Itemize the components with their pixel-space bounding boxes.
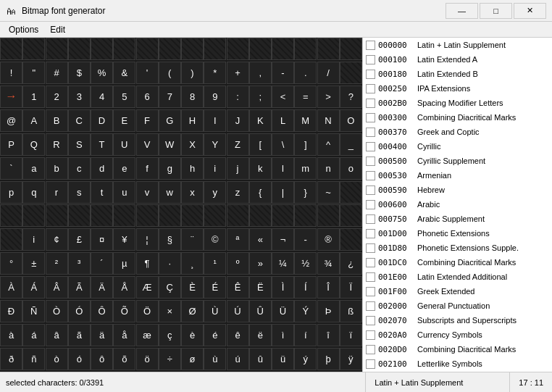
unicode-checkbox[interactable]	[366, 345, 375, 354]
char-cell[interactable]: "	[22, 62, 45, 84]
unicode-checkbox[interactable]	[366, 301, 375, 311]
char-cell[interactable]: p	[0, 181, 22, 204]
unicode-checkbox[interactable]	[366, 113, 375, 122]
char-cell[interactable]: a	[22, 157, 45, 180]
char-cell[interactable]: Ñ	[22, 300, 45, 322]
unicode-list-item[interactable]: 000500Cyrillic Supplement	[363, 154, 552, 168]
char-cell[interactable]: Ì	[272, 276, 294, 299]
char-cell[interactable]	[317, 204, 340, 227]
char-cell[interactable]: n	[317, 157, 340, 180]
char-cell[interactable]: +	[227, 62, 249, 84]
char-cell[interactable]: î	[317, 324, 340, 346]
char-cell[interactable]: æ	[136, 324, 159, 346]
char-cell[interactable]: ±	[22, 252, 45, 275]
char-cell[interactable]: i	[204, 157, 226, 180]
char-cell[interactable]: ½	[294, 252, 317, 275]
char-cell[interactable]: ä	[91, 324, 113, 346]
char-cell[interactable]: o	[340, 157, 362, 180]
char-cell[interactable]: á	[22, 324, 45, 346]
unicode-list-item[interactable]: 002100Letterlike Symbols	[363, 356, 552, 371]
char-cell[interactable]: k	[249, 157, 272, 180]
char-cell[interactable]: ¬	[272, 228, 294, 251]
char-cell[interactable]: §	[159, 228, 181, 251]
unicode-list-item[interactable]: 002070Subscripts and Superscripts	[363, 313, 552, 328]
char-cell[interactable]: R	[46, 133, 68, 156]
unicode-list-item[interactable]: 000370Greek and Coptic	[363, 125, 552, 139]
unicode-checkbox[interactable]	[366, 214, 375, 224]
char-cell[interactable]: »	[249, 252, 272, 275]
char-cell[interactable]: Ý	[294, 300, 317, 322]
char-cell[interactable]: ,	[249, 62, 272, 84]
char-cell[interactable]: W	[159, 133, 181, 156]
unicode-sidebar[interactable]: 000000Latin + Latin Supplement000100Lati…	[362, 38, 552, 372]
char-cell[interactable]: ¤	[91, 228, 113, 251]
char-cell[interactable]: 2	[46, 86, 68, 108]
char-cell[interactable]: x	[181, 181, 204, 204]
char-cell[interactable]: d	[91, 157, 113, 180]
char-cell[interactable]: r	[46, 181, 68, 204]
char-cell[interactable]: =	[294, 86, 317, 108]
char-cell[interactable]: 7	[159, 86, 181, 108]
char-cell[interactable]: V	[136, 133, 159, 156]
char-cell[interactable]: Ö	[136, 300, 159, 322]
char-cell[interactable]: Æ	[136, 276, 159, 299]
char-cell[interactable]: Q	[22, 133, 45, 156]
char-cell[interactable]: ³	[68, 252, 91, 275]
unicode-checkbox[interactable]	[366, 359, 375, 369]
char-cell[interactable]: ~	[317, 181, 340, 204]
char-cell[interactable]	[204, 204, 226, 227]
char-cell[interactable]: Ó	[68, 300, 91, 322]
unicode-checkbox[interactable]	[366, 287, 375, 296]
unicode-list-item[interactable]: 001DC0Combining Diacritical Marks	[363, 255, 552, 270]
char-cell[interactable]	[0, 204, 22, 227]
char-cell[interactable]: ?	[340, 86, 362, 108]
char-cell[interactable]: U	[113, 133, 135, 156]
char-cell[interactable]: ¹	[204, 252, 226, 275]
char-cell[interactable]: Ü	[272, 300, 294, 322]
char-cell[interactable]: O	[340, 109, 362, 132]
unicode-list-item[interactable]: 001F00Greek Extended	[363, 284, 552, 299]
close-button[interactable]: ✕	[514, 3, 546, 19]
menu-edit[interactable]: Edit	[44, 23, 71, 36]
char-cell[interactable]: ý	[294, 348, 317, 370]
char-cell[interactable]: (	[159, 62, 181, 84]
char-cell[interactable]: 1	[22, 86, 45, 108]
char-cell[interactable]: º	[227, 252, 249, 275]
char-cell[interactable]: I	[204, 109, 226, 132]
char-cell[interactable]: þ	[317, 348, 340, 370]
char-cell[interactable]: Û	[249, 300, 272, 322]
char-cell[interactable]: F	[136, 109, 159, 132]
char-cell[interactable]: ÷	[159, 348, 181, 370]
char-cell[interactable]: ¸	[181, 252, 204, 275]
char-cell[interactable]: ó	[68, 348, 91, 370]
char-cell[interactable]: f	[136, 157, 159, 180]
char-cell[interactable]: v	[136, 181, 159, 204]
unicode-checkbox[interactable]	[366, 171, 375, 180]
char-cell[interactable]	[340, 181, 362, 204]
char-cell[interactable]: 6	[136, 86, 159, 108]
char-cell[interactable]	[46, 204, 68, 227]
char-cell[interactable]: N	[317, 109, 340, 132]
char-cell[interactable]: Ã	[68, 276, 91, 299]
char-cell[interactable]: L	[272, 109, 294, 132]
unicode-list-item[interactable]: 000600Arabic	[363, 197, 552, 212]
char-cell[interactable]: K	[249, 109, 272, 132]
unicode-checkbox[interactable]	[366, 272, 375, 282]
char-cell[interactable]: *	[204, 62, 226, 84]
char-cell[interactable]: é	[204, 324, 226, 346]
char-cell[interactable]: :	[227, 86, 249, 108]
char-cell[interactable]: \	[272, 133, 294, 156]
unicode-checkbox[interactable]	[366, 243, 375, 253]
char-cell[interactable]: H	[181, 109, 204, 132]
char-cell[interactable]: Ç	[159, 276, 181, 299]
char-cell[interactable]: Ä	[91, 276, 113, 299]
char-cell[interactable]: è	[181, 324, 204, 346]
char-cell[interactable]: ¶	[136, 252, 159, 275]
char-cell[interactable]	[159, 38, 181, 60]
unicode-checkbox[interactable]	[366, 330, 375, 340]
unicode-checkbox[interactable]	[366, 55, 375, 64]
char-cell[interactable]: $	[68, 62, 91, 84]
char-cell[interactable]	[227, 204, 249, 227]
char-cell[interactable]	[340, 62, 362, 84]
char-cell[interactable]	[249, 204, 272, 227]
